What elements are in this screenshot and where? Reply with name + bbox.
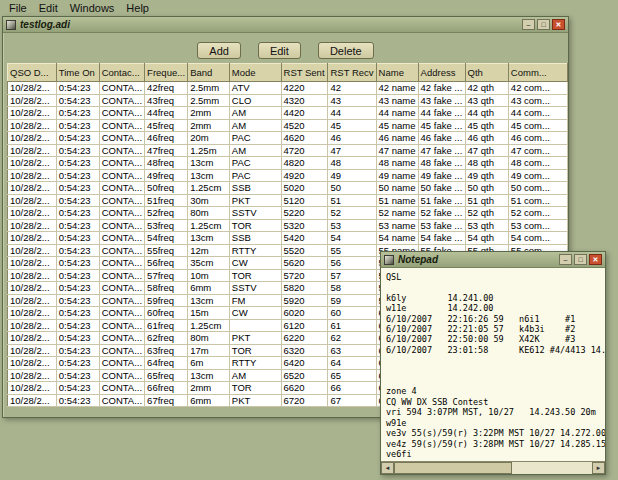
table-cell: 48 name (376, 157, 418, 170)
table-cell: 67 (328, 394, 376, 407)
log-window-titlebar[interactable]: testlog.adi – □ ✕ (3, 17, 568, 33)
column-header[interactable]: Time On (56, 64, 99, 82)
table-row[interactable]: 10/28/2...0:54:23CONTA...53freq1.25cmTOR… (8, 219, 568, 232)
table-cell: 52 com... (508, 207, 567, 220)
table-cell: 4220 (281, 82, 328, 95)
table-cell: PKT (229, 332, 281, 345)
desktop: { "colors": { "desktop_bg": "#a9b38e", "… (0, 0, 618, 480)
table-cell: 47 qth (465, 144, 508, 157)
table-cell: 1.25cm (188, 219, 230, 232)
table-cell: SSTV (229, 282, 281, 295)
column-header[interactable]: Freque... (145, 64, 188, 82)
table-cell: 10/28/2... (8, 332, 57, 345)
table-cell: 0:54:23 (56, 194, 99, 207)
table-row[interactable]: 10/28/2...0:54:23CONTA...42freq2.5mmATV4… (8, 82, 568, 95)
table-cell: 51 name (376, 194, 418, 207)
notepad-titlebar[interactable]: Notepad – □ ✕ (381, 252, 605, 268)
column-header[interactable]: Mode (229, 64, 281, 82)
column-header[interactable]: Band (188, 64, 230, 82)
table-cell: 0:54:23 (56, 219, 99, 232)
table-cell: 46 (328, 132, 376, 145)
table-row[interactable]: 10/28/2...0:54:23CONTA...46freq20mPAC462… (8, 132, 568, 145)
table-row[interactable]: 10/28/2...0:54:23CONTA...47freq1.25mAM47… (8, 144, 568, 157)
table-cell: 10/28/2... (8, 169, 57, 182)
column-header[interactable]: RST Sent (281, 64, 328, 82)
table-cell: 5820 (281, 282, 328, 295)
scrollbar-track[interactable] (512, 462, 592, 474)
table-cell: 63freq (145, 344, 188, 357)
table-cell: 10/28/2... (8, 344, 57, 357)
table-cell: AM (229, 107, 281, 120)
table-row[interactable]: 10/28/2...0:54:23CONTA...54freq13cmSSB54… (8, 232, 568, 245)
table-cell: 15m (188, 307, 230, 320)
column-header[interactable]: Name (376, 64, 418, 82)
menu-file[interactable]: File (4, 1, 34, 15)
scroll-right-icon[interactable]: ► (592, 462, 605, 474)
table-cell: 50 fake ... (418, 182, 465, 195)
table-row[interactable]: 10/28/2...0:54:23CONTA...50freq1.25cmSSB… (8, 182, 568, 195)
table-cell: 10m (188, 269, 230, 282)
maximize-icon[interactable]: □ (537, 19, 550, 30)
column-header[interactable]: Contac... (99, 64, 144, 82)
table-cell: 0:54:23 (56, 207, 99, 220)
menu-windows[interactable]: Windows (65, 1, 122, 15)
scroll-left-icon[interactable]: ◄ (381, 462, 394, 474)
column-header[interactable]: Comm... (508, 64, 567, 82)
table-cell: 48 com... (508, 157, 567, 170)
table-cell: CONTA... (99, 107, 144, 120)
column-header[interactable]: Address (418, 64, 465, 82)
table-cell: 6220 (281, 332, 328, 345)
table-row[interactable]: 10/28/2...0:54:23CONTA...45freq2mmAM4520… (8, 119, 568, 132)
delete-button[interactable]: Delete (318, 42, 374, 59)
table-cell: ATV (229, 82, 281, 95)
table-cell: 53 fake ... (418, 219, 465, 232)
close-icon[interactable]: ✕ (589, 254, 602, 265)
table-cell: CONTA... (99, 82, 144, 95)
table-cell: 47 name (376, 144, 418, 157)
table-cell: 45freq (145, 119, 188, 132)
table-cell: 55freq (145, 244, 188, 257)
table-cell: CONTA... (99, 369, 144, 382)
table-cell: 66freq (145, 382, 188, 395)
log-toolbar: Add Edit Delete (3, 42, 568, 59)
table-cell: 53 com... (508, 219, 567, 232)
table-cell: CONTA... (99, 344, 144, 357)
table-cell: 43 (328, 94, 376, 107)
table-row[interactable]: 10/28/2...0:54:23CONTA...49freq13cmPAC49… (8, 169, 568, 182)
maximize-icon[interactable]: □ (574, 254, 587, 265)
notepad-text-area[interactable]: QSL k6ly 14.241.00w11e 14.242.006/10/200… (381, 268, 605, 461)
table-cell: 50 qth (465, 182, 508, 195)
menu-edit[interactable]: Edit (34, 1, 65, 15)
column-header[interactable]: Qth (465, 64, 508, 82)
table-row[interactable]: 10/28/2...0:54:23CONTA...43freq2.5mmCLO4… (8, 94, 568, 107)
table-cell: 0:54:23 (56, 319, 99, 332)
table-cell: 47 com... (508, 144, 567, 157)
table-cell: 54 qth (465, 232, 508, 245)
minimize-icon[interactable]: – (522, 19, 535, 30)
table-cell: 52freq (145, 207, 188, 220)
table-cell: 44freq (145, 107, 188, 120)
column-header[interactable]: RST Recv (328, 64, 376, 82)
table-cell: 49 (328, 169, 376, 182)
minimize-icon[interactable]: – (559, 254, 572, 265)
table-cell: 1.25m (188, 144, 230, 157)
edit-button[interactable]: Edit (258, 42, 301, 59)
table-cell: 48 qth (465, 157, 508, 170)
column-header[interactable]: QSO D... (8, 64, 57, 82)
menu-help[interactable]: Help (121, 1, 156, 15)
add-button[interactable]: Add (197, 42, 241, 59)
table-cell: 47freq (145, 144, 188, 157)
table-cell: 51 com... (508, 194, 567, 207)
scrollbar-thumb[interactable] (394, 462, 512, 474)
notepad-line: ve6fi (386, 449, 601, 459)
table-cell: 50 com... (508, 182, 567, 195)
table-row[interactable]: 10/28/2...0:54:23CONTA...52freq80mSSTV52… (8, 207, 568, 220)
table-cell: 0:54:23 (56, 244, 99, 257)
table-cell: 4620 (281, 132, 328, 145)
close-icon[interactable]: ✕ (552, 19, 565, 30)
table-cell: 51 qth (465, 194, 508, 207)
table-row[interactable]: 10/28/2...0:54:23CONTA...51freq30mPKT512… (8, 194, 568, 207)
table-row[interactable]: 10/28/2...0:54:23CONTA...44freq2mmAM4420… (8, 107, 568, 120)
table-row[interactable]: 10/28/2...0:54:23CONTA...48freq13cmPAC48… (8, 157, 568, 170)
table-cell: 59 (328, 294, 376, 307)
